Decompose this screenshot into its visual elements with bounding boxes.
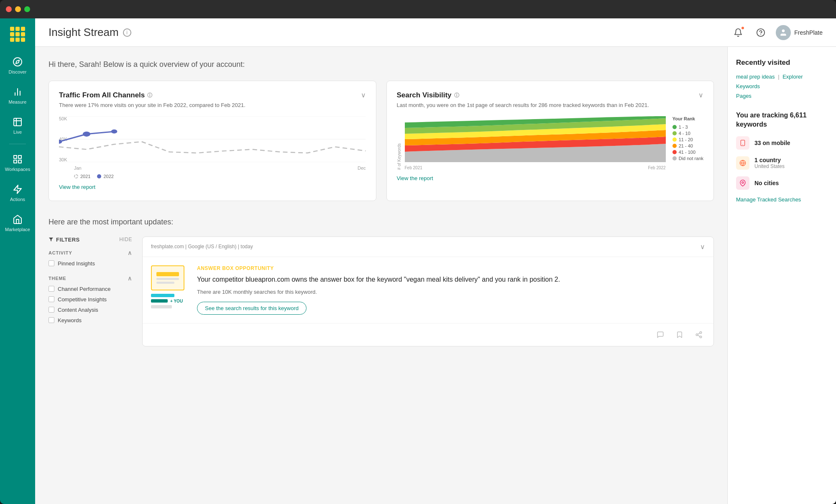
search-chevron-icon[interactable]: ∨ (698, 91, 703, 99)
filter-competitive-insights[interactable]: Competitive Insights (49, 296, 132, 303)
search-chart-wrap: # of Keywords (397, 116, 704, 170)
filters-hide-button[interactable]: HIDE (119, 237, 132, 242)
country-sub: United States (754, 163, 785, 169)
sidebar-item-measure[interactable]: Measure (0, 80, 35, 110)
info-icon-label: i (126, 30, 128, 36)
activity-chevron-icon[interactable]: ∧ (128, 249, 132, 256)
traffic-chart-svg-wrap (59, 116, 366, 162)
rank-item-4: 21 - 40 (672, 143, 703, 148)
insight-cta-button[interactable]: See the search results for this keyword (197, 302, 307, 315)
insight-detail: There are 10K monthly searches for this … (197, 289, 705, 295)
rank-dot-11-20 (672, 137, 677, 142)
mobile-icon (736, 136, 749, 150)
keywords-checkbox[interactable] (49, 317, 54, 323)
legend-2022-dot (97, 174, 101, 178)
svg-point-0 (13, 58, 22, 66)
sidebar-item-marketplace[interactable]: Marketplace (0, 208, 35, 238)
body-split: Hi there, Sarah! Below is a quick overvi… (35, 47, 836, 504)
your-rank-label: Your Rank (672, 116, 703, 121)
user-menu[interactable]: FreshPlate (776, 25, 823, 40)
svg-point-17 (83, 131, 90, 136)
filters-header: FILTERS HIDE (49, 237, 132, 243)
competitive-insights-checkbox[interactable] (49, 296, 54, 302)
sidebar-item-measure-label: Measure (9, 99, 27, 104)
recent-link-meal-prep[interactable]: meal prep ideas | Explorer (736, 74, 828, 80)
search-x-labels: Feb 2021 Feb 2022 (405, 165, 666, 170)
sidebar-divider (9, 144, 26, 144)
marketplace-icon (12, 214, 23, 225)
search-stacked-chart: Feb 2021 Feb 2022 (405, 116, 666, 170)
rank-dot-did-not-rank (672, 156, 677, 160)
rank-dot-4-10 (672, 131, 677, 135)
mobile-value: 33 on mobile (754, 140, 790, 146)
pinned-insights-checkbox[interactable] (49, 260, 54, 266)
filter-channel-performance[interactable]: Channel Performance (49, 286, 132, 292)
sidebar-item-workspaces[interactable]: Workspaces (0, 148, 35, 178)
insight-icon-area: + YOU (151, 265, 189, 315)
filter-activity-section: ACTIVITY ∧ Pinned Insights (49, 249, 132, 267)
content-analysis-checkbox[interactable] (49, 307, 54, 313)
notifications-button[interactable] (731, 25, 746, 40)
tracking-city: No cities (736, 176, 828, 190)
manage-tracked-searches-link[interactable]: Manage Tracked Searches (736, 196, 828, 203)
comment-button[interactable] (654, 328, 667, 341)
mobile-tracking-text: 33 on mobile (754, 140, 790, 146)
insight-actions (143, 323, 713, 346)
traffic-chart-area: 50K 40K 30K (59, 116, 366, 162)
sidebar-item-live[interactable]: Live (0, 110, 35, 140)
insight-chevron-icon[interactable]: ∨ (700, 243, 705, 251)
cards-row: Traffic From All Channels ⓘ ∨ There were… (49, 81, 714, 201)
rank-item-3: 11 - 20 (672, 137, 703, 142)
notification-badge (741, 26, 745, 30)
rank-dot-21-40 (672, 144, 677, 148)
bookmark-button[interactable] (673, 328, 686, 341)
maximize-button[interactable] (24, 6, 30, 12)
channel-performance-checkbox[interactable] (49, 286, 54, 292)
svg-marker-1 (16, 60, 19, 64)
search-card-title: Search Visibility ⓘ (397, 91, 459, 99)
close-button[interactable] (6, 6, 12, 12)
minimize-button[interactable] (15, 6, 21, 12)
share-button[interactable] (693, 328, 705, 341)
recent-link-keywords[interactable]: Keywords (736, 83, 828, 89)
sidebar: Discover Measure Live (0, 18, 35, 504)
search-view-report-link[interactable]: View the report (397, 175, 433, 181)
filter-theme-section: THEME ∧ Channel Performance Competitive (49, 275, 132, 323)
traffic-info-icon[interactable]: ⓘ (147, 92, 152, 99)
insight-meta-text: freshplate.com | Google (US / English) |… (151, 244, 253, 249)
username: FreshPlate (794, 29, 823, 36)
rank-item-2: 4 - 10 (672, 131, 703, 136)
sidebar-item-discover[interactable]: Discover (0, 50, 35, 80)
svg-point-12 (782, 29, 785, 32)
filter-pinned-insights[interactable]: Pinned Insights (49, 260, 132, 267)
logo[interactable] (8, 25, 27, 43)
activity-section-label: ACTIVITY ∧ (49, 249, 132, 256)
traffic-view-report-link[interactable]: View the report (59, 184, 95, 190)
svg-rect-5 (14, 155, 17, 158)
rank-item-1: 1 - 3 (672, 125, 703, 130)
traffic-subtitle: There were 17% more visits on your site … (59, 101, 366, 109)
traffic-chart-svg (59, 116, 366, 162)
filter-keywords[interactable]: Keywords (49, 317, 132, 323)
sidebar-item-actions[interactable]: Actions (0, 178, 35, 208)
svg-marker-9 (14, 185, 21, 193)
actions-icon (12, 183, 23, 195)
sidebar-item-marketplace-label: Marketplace (5, 227, 30, 232)
title-info-icon[interactable]: i (123, 28, 131, 37)
theme-chevron-icon[interactable]: ∧ (128, 275, 132, 282)
traffic-legend: 2021 2022 (59, 174, 366, 179)
tracking-section: You are tracking 6,611 keywords 33 on mo… (736, 111, 828, 203)
traffic-chevron-icon[interactable]: ∨ (361, 91, 366, 99)
help-button[interactable] (753, 25, 768, 40)
live-icon (12, 116, 23, 128)
insight-feed: freshplate.com | Google (US / English) |… (142, 237, 714, 346)
right-panel: Recently visited meal prep ideas | Explo… (727, 47, 836, 504)
answer-box-icon (151, 265, 184, 290)
recent-link-pages[interactable]: Pages (736, 93, 828, 99)
traffic-x-labels: Jan Dec (59, 165, 366, 171)
filter-icon (49, 237, 54, 242)
filter-content-analysis[interactable]: Content Analysis (49, 307, 132, 313)
search-info-icon[interactable]: ⓘ (454, 92, 459, 99)
traffic-card-title: Traffic From All Channels ⓘ (59, 91, 152, 99)
measure-icon (12, 86, 23, 98)
